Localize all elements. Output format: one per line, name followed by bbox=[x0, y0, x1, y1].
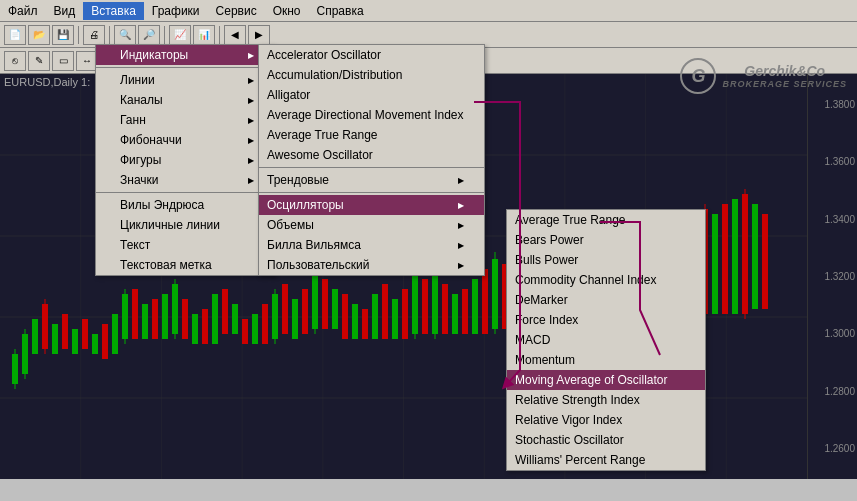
menu-fibonacci[interactable]: Фибоначчи ▶ bbox=[96, 130, 274, 150]
fibonacci-arrow: ▶ bbox=[248, 136, 254, 145]
osc-bulls[interactable]: Bulls Power bbox=[507, 250, 705, 270]
osc-atr[interactable]: Average True Range bbox=[507, 210, 705, 230]
osc-bears[interactable]: Bears Power bbox=[507, 230, 705, 250]
gann-arrow: ▶ bbox=[248, 116, 254, 125]
oscillators-arrow: ▶ bbox=[458, 201, 464, 210]
insert-menu: Индикаторы ▶ Линии ▶ Каналы ▶ Ганн ▶ Фиб… bbox=[95, 44, 275, 276]
osc-demarker[interactable]: DeMarker bbox=[507, 290, 705, 310]
custom-arrow: ▶ bbox=[458, 261, 464, 270]
sep2 bbox=[96, 192, 274, 193]
menu-lines[interactable]: Линии ▶ bbox=[96, 70, 274, 90]
ind-admi[interactable]: Average Directional Movement Index bbox=[259, 105, 484, 125]
ind-oscillators[interactable]: Осцилляторы ▶ bbox=[259, 195, 484, 215]
menu-icons[interactable]: Значки ▶ bbox=[96, 170, 274, 190]
lines-arrow: ▶ bbox=[248, 76, 254, 85]
osc-wpr[interactable]: Williams' Percent Range bbox=[507, 450, 705, 470]
osc-rvi[interactable]: Relative Vigor Index bbox=[507, 410, 705, 430]
osc-momentum[interactable]: Momentum bbox=[507, 350, 705, 370]
l2-sep2 bbox=[259, 192, 484, 193]
trending-arrow: ▶ bbox=[458, 176, 464, 185]
ind-volumes[interactable]: Объемы ▶ bbox=[259, 215, 484, 235]
menu-indicators[interactable]: Индикаторы ▶ bbox=[96, 45, 274, 65]
menu-shapes[interactable]: Фигуры ▶ bbox=[96, 150, 274, 170]
menu-textlabel[interactable]: Текстовая метка bbox=[96, 255, 274, 275]
icons-arrow: ▶ bbox=[248, 176, 254, 185]
shapes-arrow: ▶ bbox=[248, 156, 254, 165]
ind-atr[interactable]: Average True Range bbox=[259, 125, 484, 145]
bill-arrow: ▶ bbox=[458, 241, 464, 250]
ind-accumulation[interactable]: Accumulation/Distribution bbox=[259, 65, 484, 85]
ind-accelerator[interactable]: Accelerator Oscillator bbox=[259, 45, 484, 65]
menu-cyclic[interactable]: Цикличные линии bbox=[96, 215, 274, 235]
osc-macd[interactable]: MACD bbox=[507, 330, 705, 350]
osc-cci[interactable]: Commodity Channel Index bbox=[507, 270, 705, 290]
sep bbox=[96, 67, 274, 68]
ind-awesome[interactable]: Awesome Oscillator bbox=[259, 145, 484, 165]
osc-rsi[interactable]: Relative Strength Index bbox=[507, 390, 705, 410]
ind-custom[interactable]: Пользовательский ▶ bbox=[259, 255, 484, 275]
l2-sep1 bbox=[259, 167, 484, 168]
oscillators-submenu: Average True Range Bears Power Bulls Pow… bbox=[506, 209, 706, 471]
indicators-submenu: Accelerator Oscillator Accumulation/Dist… bbox=[258, 44, 485, 276]
menu-channels[interactable]: Каналы ▶ bbox=[96, 90, 274, 110]
menu-gann[interactable]: Ганн ▶ bbox=[96, 110, 274, 130]
menu-text[interactable]: Текст bbox=[96, 235, 274, 255]
channels-arrow: ▶ bbox=[248, 96, 254, 105]
ind-alligator[interactable]: Alligator bbox=[259, 85, 484, 105]
osc-force[interactable]: Force Index bbox=[507, 310, 705, 330]
indicators-arrow: ▶ bbox=[248, 51, 254, 60]
ind-trending[interactable]: Трендовые ▶ bbox=[259, 170, 484, 190]
osc-stoch[interactable]: Stochastic Oscillator bbox=[507, 430, 705, 450]
menu-andrews[interactable]: Вилы Эндрюса bbox=[96, 195, 274, 215]
volumes-arrow: ▶ bbox=[458, 221, 464, 230]
osc-maosci[interactable]: Moving Average of Oscillator bbox=[507, 370, 705, 390]
dropdown-overlay: Индикаторы ▶ Линии ▶ Каналы ▶ Ганн ▶ Фиб… bbox=[0, 0, 857, 501]
ind-bill[interactable]: Билла Вильямса ▶ bbox=[259, 235, 484, 255]
